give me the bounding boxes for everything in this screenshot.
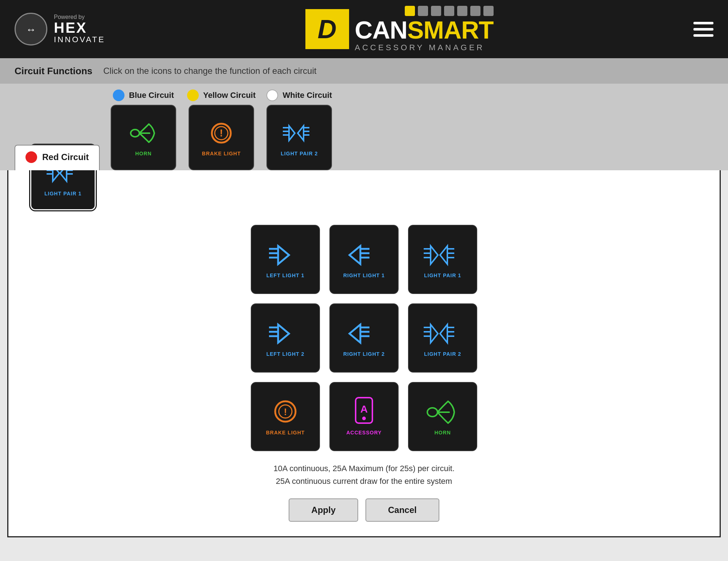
horn-btn[interactable]: HORN	[408, 382, 477, 451]
white-circuit-label: White Circuit	[282, 91, 332, 100]
can-text: CAN	[355, 17, 407, 42]
hex-circle-icon: ↔	[15, 13, 47, 45]
brake-light-btn[interactable]: ! BRAKE LIGHT	[251, 382, 320, 451]
left-light-2-btn[interactable]: LEFT LIGHT 2	[251, 303, 320, 373]
dot-3	[431, 6, 441, 16]
svg-text:!: !	[219, 127, 223, 139]
light-pair-1-label: LIGHT PAIR 1	[424, 272, 461, 278]
hamburger-line-3	[693, 34, 713, 37]
red-circuit-label: Red Circuit	[42, 152, 89, 162]
header: ↔ Powered by HEX INNOVATE D	[0, 0, 728, 58]
svg-point-58	[362, 417, 366, 420]
accessory-text: ACCESSORY MANAGER	[355, 43, 494, 52]
tab-blue-circuit[interactable]: Blue Circuit	[113, 89, 174, 101]
svg-marker-24	[278, 246, 289, 264]
accessory-icon: A	[344, 398, 384, 427]
tab-yellow-circuit[interactable]: Yellow Circuit	[187, 89, 256, 101]
selected-card-row: LIGHT PAIR 1	[8, 170, 720, 210]
right-light-1-label: RIGHT LIGHT 1	[343, 272, 385, 278]
svg-point-59	[427, 408, 438, 417]
blue-dot	[113, 89, 124, 101]
brake-light-label: BRAKE LIGHT	[266, 430, 305, 435]
apply-button[interactable]: Apply	[289, 498, 358, 522]
circuit-functions-title: Circuit Functions	[15, 65, 92, 77]
dot-4	[444, 6, 454, 16]
hex-innovate-label: INNOVATE	[54, 35, 105, 44]
main-panel: LIGHT PAIR 1 LEFT LIGHT 1	[7, 170, 721, 537]
red-card-label: LIGHT PAIR 1	[44, 191, 82, 196]
blue-circuit-section: Blue Circuit HORN	[111, 89, 176, 170]
svg-marker-49	[440, 325, 447, 343]
svg-point-1	[131, 130, 139, 137]
brake-icon-yellow: !	[201, 119, 241, 148]
light-pair-2-icon	[423, 319, 463, 348]
tab-white-circuit[interactable]: White Circuit	[266, 89, 332, 101]
hamburger-menu[interactable]	[693, 22, 713, 37]
svg-text:↔: ↔	[26, 24, 36, 35]
left-light-2-label: LEFT LIGHT 2	[266, 351, 305, 357]
svg-marker-32	[431, 246, 438, 264]
white-dot	[266, 89, 278, 101]
cancel-button[interactable]: Cancel	[365, 498, 439, 522]
horn-label: HORN	[434, 430, 451, 435]
svg-text:A: A	[360, 403, 368, 415]
horn-icon	[423, 398, 463, 427]
white-tab-card[interactable]: LIGHT PAIR 2	[266, 105, 332, 170]
left-light-1-btn[interactable]: LEFT LIGHT 1	[251, 225, 320, 294]
svg-marker-33	[440, 246, 447, 264]
tabs-area: Red Circuit Blue Circuit HO	[0, 84, 728, 170]
svg-marker-40	[278, 325, 289, 343]
hamburger-line-2	[693, 28, 713, 31]
yellow-dot	[187, 89, 199, 101]
denali-box: D	[305, 9, 349, 49]
svg-marker-25	[349, 246, 360, 264]
yellow-circuit-label: Yellow Circuit	[203, 91, 256, 100]
right-light-2-btn[interactable]: RIGHT LIGHT 2	[329, 303, 399, 373]
tab-row: Red Circuit Blue Circuit HO	[15, 89, 713, 170]
light-pair-1-btn[interactable]: LIGHT PAIR 1	[408, 225, 477, 294]
footer-text: 10A continuous, 25A Maximum (for 25s) pe…	[273, 462, 455, 488]
left-light-2-icon	[265, 319, 305, 348]
left-light-1-label: LEFT LIGHT 1	[266, 272, 305, 278]
right-light-1-btn[interactable]: RIGHT LIGHT 1	[329, 225, 399, 294]
yellow-circuit-section: Yellow Circuit ! BRAKE LIGHT	[187, 89, 256, 170]
footer-line-2: 25A continuous current draw for the enti…	[273, 475, 455, 488]
tab-red-circuit[interactable]: Red Circuit	[15, 145, 100, 170]
right-light-2-icon	[344, 319, 384, 348]
cansmart-right: CAN SMART ACCESSORY MANAGER	[349, 6, 494, 52]
accessory-label: ACCESSORY	[346, 430, 381, 435]
brake-light-icon: !	[265, 398, 305, 427]
white-circuit-section: White Circuit	[266, 89, 332, 170]
red-dot	[25, 151, 37, 163]
svg-marker-41	[349, 325, 360, 343]
blue-card-label: HORN	[135, 151, 151, 156]
button-row: Apply Cancel	[289, 498, 439, 522]
white-card-label: LIGHT PAIR 2	[281, 151, 318, 156]
light-pair-2-label: LIGHT PAIR 2	[424, 351, 461, 357]
footer-line-1: 10A continuous, 25A Maximum (for 25s) pe…	[273, 462, 455, 475]
right-light-2-label: RIGHT LIGHT 2	[343, 351, 385, 357]
light-pair-2-btn[interactable]: LIGHT PAIR 2	[408, 303, 477, 373]
blue-circuit-label: Blue Circuit	[129, 91, 174, 100]
dot-7	[483, 6, 494, 16]
dots-row	[405, 6, 494, 16]
hex-brand: HEX	[54, 20, 105, 35]
hamburger-line-1	[693, 22, 713, 24]
svg-marker-8	[289, 126, 295, 140]
circuit-bar: Circuit Functions Click on the icons to …	[0, 58, 728, 84]
smart-text: SMART	[407, 17, 494, 42]
light-pair-icon-white	[279, 119, 319, 148]
icon-grid: LEFT LIGHT 1 RIGHT LIGHT 1	[251, 225, 477, 451]
horn-icon-blue	[123, 119, 163, 148]
light-pair-1-icon	[423, 240, 463, 270]
yellow-tab-card[interactable]: ! BRAKE LIGHT	[189, 105, 254, 170]
accessory-btn[interactable]: A ACCESSORY	[329, 382, 399, 451]
hex-text-block: Powered by HEX INNOVATE	[54, 14, 105, 44]
dot-1	[405, 6, 415, 16]
blue-tab-card[interactable]: HORN	[111, 105, 176, 170]
circuit-bar-description: Click on the icons to change the functio…	[103, 66, 317, 76]
cansmart-logo: D CAN SMART ACCESSORY MANAGER	[305, 6, 494, 52]
hex-innovate-logo: ↔	[15, 13, 47, 45]
yellow-card-label: BRAKE LIGHT	[202, 151, 241, 156]
dot-5	[457, 6, 467, 16]
